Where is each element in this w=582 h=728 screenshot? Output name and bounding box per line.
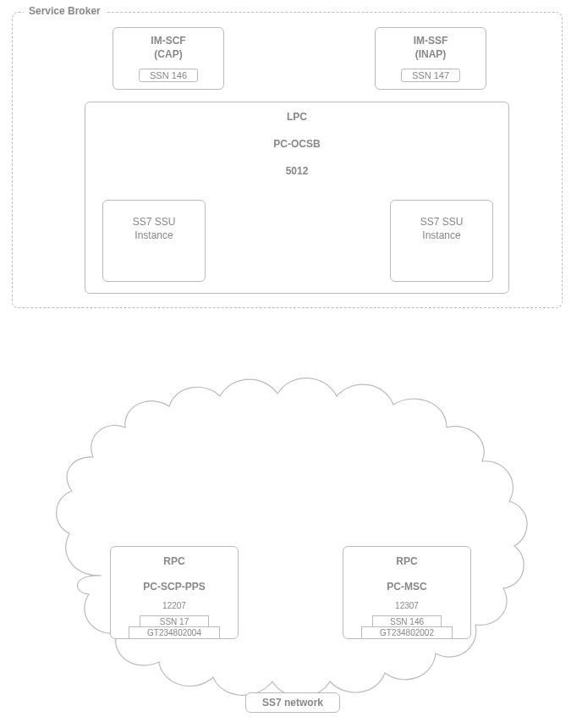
rpc-left-gt: GT234802004 [129,626,220,639]
im-ssf-line2: (INAP) [376,48,486,62]
rpc-left-name: PC-SCP-PPS [111,581,238,593]
ssu-right-box: SS7 SSU Instance [390,200,493,282]
lpc-box: LPC PC-OCSB 5012 SS7 SSU Instance SS7 SS… [85,102,509,294]
ss7-network-label: SS7 network [262,697,323,709]
ssu-left-line2: Instance [103,229,205,243]
rpc-right-name: PC-MSC [343,581,470,593]
im-ssf-ssn: SSN 147 [401,69,460,82]
ssu-left-line1: SS7 SSU [103,216,205,229]
rpc-right-gt-text: GT234802002 [380,628,434,637]
service-broker-title-text: Service Broker [29,5,101,17]
im-scf-box: IM-SCF (CAP) SSN 146 [113,27,224,90]
rpc-right-title: RPC [343,555,470,567]
lpc-title: LPC [85,111,508,123]
im-ssf-line1: IM-SSF [376,35,486,48]
rpc-left-gt-text: GT234802004 [147,628,201,637]
lpc-code: 5012 [85,165,508,177]
rpc-right-ssn-text: SSN 146 [390,617,424,626]
ssu-right-line1: SS7 SSU [391,216,492,229]
im-scf-line2: (CAP) [113,48,223,62]
ssu-left-box: SS7 SSU Instance [102,200,206,282]
service-broker-title: Service Broker [24,5,106,17]
ss7-cloud-icon [25,356,554,715]
ssu-right-line2: Instance [391,229,492,243]
rpc-left-title: RPC [111,555,238,567]
im-scf-ssn: SSN 146 [139,69,198,82]
im-scf-line1: IM-SCF [113,35,223,48]
rpc-right-gt: GT234802002 [361,626,453,639]
ss7-network-label-box: SS7 network [245,692,340,713]
rpc-left-code: 12207 [111,601,238,610]
im-ssf-box: IM-SSF (INAP) SSN 147 [375,27,486,90]
rpc-right-code: 12307 [343,601,470,610]
lpc-name: PC-OCSB [85,138,508,150]
rpc-left-ssn-text: SSN 17 [160,617,189,626]
